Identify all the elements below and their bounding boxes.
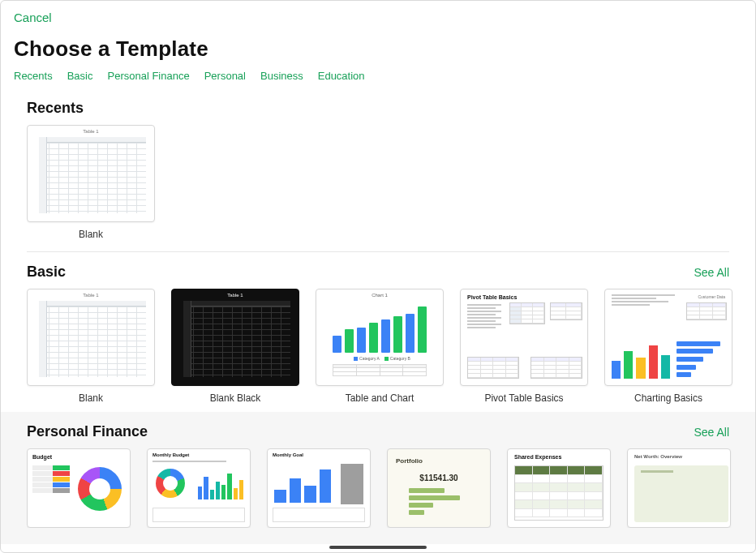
donut-chart-icon: [78, 467, 122, 511]
see-all-basic[interactable]: See All: [694, 266, 729, 279]
heading: Monthly Budget: [152, 452, 189, 457]
section-title-recents: Recents: [27, 100, 84, 117]
template-label: Blank Black: [210, 392, 261, 404]
thumbnail: Customer Data: [604, 289, 732, 386]
tab-personal-finance[interactable]: Personal Finance: [108, 70, 190, 82]
mini-title: Customer Data: [698, 294, 725, 299]
template-label: Table and Chart: [346, 392, 415, 404]
thumbnail: Shared Expenses: [507, 448, 611, 528]
heading: Portfolio: [396, 457, 423, 465]
legend: Category ACategory B: [316, 356, 443, 361]
template-blank-black[interactable]: Table 1 Blank Black: [171, 289, 299, 404]
template-charting-basics[interactable]: Customer Data: [604, 289, 732, 404]
see-all-personal-finance[interactable]: See All: [694, 426, 729, 439]
category-tabs: Recents Basic Personal Finance Personal …: [1, 70, 755, 88]
thumbnail: Table 1: [27, 289, 155, 386]
template-monthly-budget[interactable]: Monthly Budget: [147, 448, 251, 528]
sheet-title: Table 1: [28, 293, 154, 298]
thumbnail: Chart 1 Category ACategory B Table 1: [316, 289, 444, 386]
template-net-worth[interactable]: Net Worth: Overview: [627, 448, 731, 528]
chart-title: Chart 1: [316, 293, 443, 298]
tab-basic[interactable]: Basic: [67, 70, 93, 82]
thumbnail: Net Worth: Overview: [627, 448, 731, 528]
section-title-basic: Basic: [27, 264, 66, 281]
section-title-personal-finance: Personal Finance: [27, 423, 148, 440]
thumbnail: Monthly Goal: [267, 448, 371, 528]
thumbnail: Pivot Table Basics: [460, 289, 588, 386]
template-portfolio[interactable]: Portfolio $11541.30: [387, 448, 491, 528]
template-label: Charting Basics: [634, 392, 702, 404]
thumbnail: Table 1: [27, 125, 155, 222]
heading: Shared Expenses: [514, 454, 561, 460]
thumbnail: Table 1: [171, 289, 299, 386]
home-indicator: [329, 546, 427, 549]
donut-chart-icon: [156, 469, 185, 498]
bar-chart-icon: [341, 464, 363, 504]
heading: Monthly Goal: [273, 452, 303, 457]
template-blank[interactable]: Table 1 Blank: [27, 125, 155, 240]
template-blank[interactable]: Table 1 Blank: [27, 289, 155, 404]
template-monthly-goal[interactable]: Monthly Goal: [267, 448, 371, 528]
template-pivot-table-basics[interactable]: Pivot Table Basics: [460, 289, 588, 404]
thumbnail: Budget: [27, 448, 131, 528]
sheet-title: Table 1: [28, 129, 154, 134]
tab-personal[interactable]: Personal: [204, 70, 246, 82]
page-title: Choose a Template: [14, 36, 755, 62]
tab-recents[interactable]: Recents: [14, 70, 53, 82]
total-value: $11541.30: [388, 474, 490, 482]
cancel-button[interactable]: Cancel: [14, 11, 52, 24]
template-label: Blank: [79, 229, 103, 240]
template-table-and-chart[interactable]: Chart 1 Category ACategory B Table 1: [316, 289, 444, 404]
thumbnail: Portfolio $11541.30: [387, 448, 491, 528]
heading: Pivot Table Basics: [467, 294, 517, 300]
template-label: Pivot Table Basics: [484, 392, 563, 404]
template-label: Blank: [79, 392, 103, 404]
tab-education[interactable]: Education: [318, 70, 365, 82]
template-shared-expenses[interactable]: Shared Expenses: [507, 448, 611, 528]
heading: Budget: [32, 454, 52, 460]
thumbnail: Monthly Budget: [147, 448, 251, 528]
tab-business[interactable]: Business: [260, 70, 303, 82]
template-budget[interactable]: Budget: [27, 448, 131, 528]
sheet-title: Table 1: [172, 293, 299, 298]
heading: Net Worth: Overview: [634, 454, 682, 459]
